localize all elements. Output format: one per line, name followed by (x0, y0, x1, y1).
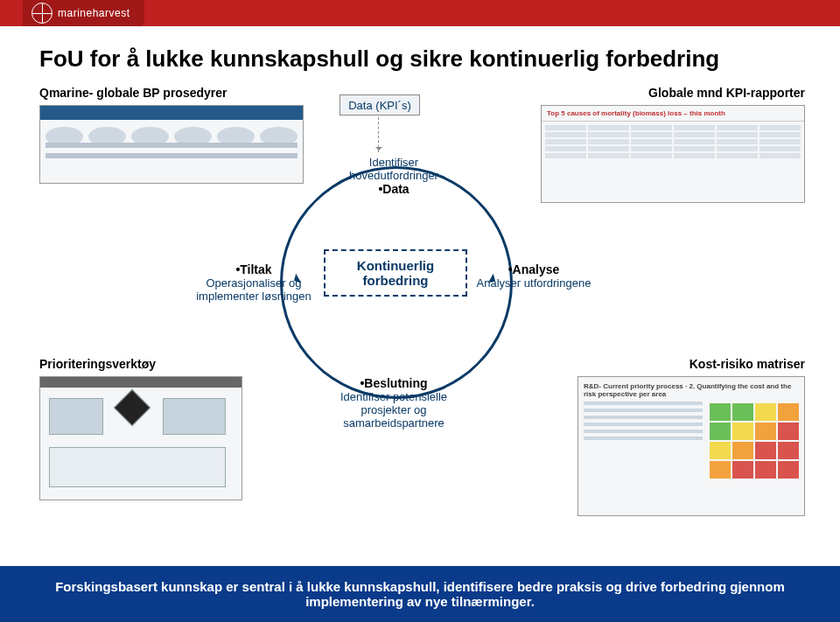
phase-analyse-title: •Analyse (464, 262, 604, 276)
globe-icon (32, 3, 52, 24)
kpi-report-title: Top 5 causes of mortality (biomass) loss… (542, 106, 804, 122)
dashed-arrow-icon (378, 117, 379, 152)
thumbnail-kpi-report: Top 5 causes of mortality (biomass) loss… (541, 105, 805, 203)
thumbnail-prioritization (39, 376, 242, 500)
page-title: FoU for å lukke kunnskapshull og sikre k… (39, 45, 719, 73)
footer-banner: Forskingsbasert kunnskap er sentral i å … (0, 566, 840, 622)
slide: marineharvest FoU for å lukke kunnskapsh… (0, 0, 840, 622)
cost-risk-title: R&D- Current priority process · 2. Quant… (584, 382, 799, 398)
label-qmarine: Qmarine- globale BP prosedyrer (39, 86, 227, 100)
data-kpi-box: Data (KPI´s) (340, 94, 420, 115)
phase-decision-text: Identifiser potensielle prosjekter og sa… (324, 390, 464, 430)
brand-tab: marineharvest (23, 0, 144, 26)
phase-action-title: •Tiltak (184, 262, 324, 276)
phase-action: •Tiltak Operasjonaliser og implementer l… (184, 262, 324, 303)
phase-action-text: Operasjonaliser og implementer løsningen (184, 276, 324, 303)
header-bar: marineharvest (0, 0, 840, 26)
cycle-center: Kontinuerlig forbedring (324, 249, 467, 297)
label-kpi-reports: Globale mnd KPI-rapporter (648, 86, 805, 100)
label-cost-risk: Kost-risiko matriser (690, 357, 805, 371)
thumbnail-cost-risk: R&D- Current priority process · 2. Quant… (578, 376, 805, 516)
brand-name: marineharvest (58, 7, 130, 19)
phase-identify-bullet: •Data (324, 182, 464, 196)
risk-heatmap (710, 403, 799, 479)
improvement-cycle: Kontinuerlig forbedring Identifiser hove… (210, 149, 578, 429)
phase-analyse-text: Analyser utfordringene (464, 276, 604, 290)
phase-decision-title: •Beslutning (324, 376, 464, 390)
phase-analyse: •Analyse Analyser utfordringene (464, 262, 604, 290)
phase-decision: •Beslutning Identifiser potensielle pros… (324, 376, 464, 430)
label-prioritization-tool: Prioriteringsverktøy (39, 357, 156, 371)
phase-identify-text: Identifiser hovedutfordringer (324, 156, 464, 182)
phase-identify: Identifiser hovedutfordringer •Data (324, 156, 464, 196)
footer-text: Forskingsbasert kunnskap er sentral i å … (35, 579, 805, 609)
